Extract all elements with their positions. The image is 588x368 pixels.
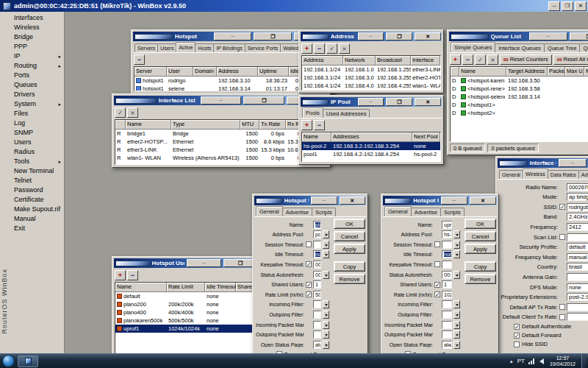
show-desktop-button[interactable] [581,354,587,368]
menu-item[interactable]: Users ▸ [12,138,64,147]
tab[interactable]: Advertise [411,208,441,216]
field-input[interactable]: default [567,243,588,251]
column-header[interactable]: Name [459,67,506,77]
minimize-icon[interactable] [358,98,384,106]
column-header[interactable]: Domain [193,67,217,77]
menu-item[interactable]: Queues ▸ [12,80,64,90]
disable-button[interactable] [487,54,498,65]
field-input[interactable] [567,233,588,241]
tab[interactable]: Scripts [312,208,336,216]
dropdown-arrow-icon[interactable] [453,271,460,279]
field-input[interactable]: rodrigoboxinfo [567,203,588,211]
column-header[interactable]: Network [343,56,376,66]
table-row[interactable]: hs-pool-2 192.168.3.2-192.168.3.254 none [302,142,440,150]
column-header[interactable]: Name [115,283,167,292]
window-title-bar[interactable]: Address List [301,32,442,41]
dropdown-arrow-icon[interactable] [323,241,329,249]
checkbox[interactable] [514,333,520,339]
menu-item[interactable]: Telnet ▸ [12,176,64,185]
column-header[interactable]: Tx Rate [259,120,286,130]
field-checkbox[interactable] [559,234,565,240]
table-row[interactable]: 192.168.1.1/24 192.168.1.0 192.168.1.255… [302,66,440,74]
menu-item[interactable]: Bridge ▸ [12,32,64,42]
dropdown-arrow-icon[interactable] [453,321,460,329]
menu-item[interactable]: Password ▸ [12,185,64,195]
window-title-bar[interactable]: IP Pool [301,97,442,107]
menu-item[interactable]: Drivers ▸ [12,90,64,99]
field-checkbox[interactable] [559,314,565,320]
field-input[interactable]: 2.4GHz-B/G [567,213,588,221]
dialog-button[interactable]: Cancel [465,231,496,241]
disable-button[interactable] [339,43,350,54]
menu-item[interactable]: SNMP ▸ [12,128,64,138]
remove-button[interactable] [462,54,473,65]
close-icon[interactable] [470,197,496,205]
menu-item[interactable]: Files ▸ [12,109,64,118]
field-input[interactable] [313,321,321,329]
checkbox-row[interactable]: Hide SSID [514,341,588,348]
table-row[interactable]: D <hotspot-selene> 192.168.3.14 1024k 5.… [451,93,588,101]
tab[interactable]: Scripts [440,208,465,216]
field-input[interactable]: none [567,283,588,291]
field-checkbox[interactable] [434,282,440,288]
dropdown-arrow-icon[interactable] [453,241,460,249]
table-row[interactable]: R ether2-HOTSP... Ethernet 1500 8.6 kbps… [115,138,327,146]
table-row[interactable]: R ether3-LINK Ethernet 1500 15.3 kbps 10… [115,146,327,154]
dropdown-arrow-icon[interactable] [453,330,460,339]
enable-button[interactable] [475,54,486,65]
tab[interactable]: Wireless [523,169,548,179]
table-row[interactable]: 192.168.3.1/24 192.168.3.0 192.168.3.255… [302,74,440,82]
tab[interactable]: Active [176,42,196,52]
tab[interactable]: Simple Queues [451,42,495,52]
window-title-bar[interactable]: Hotspot User Profile <planokaren500k> [254,196,366,205]
table-row[interactable]: D <hotspot-karen> 192.168.3.50 500k 296 … [451,77,588,85]
window-title-bar[interactable]: Hotspot User Profile <uprof1> [383,196,497,205]
remove-button[interactable] [127,270,138,280]
field-checkbox[interactable] [306,291,312,297]
field-input[interactable] [442,311,452,319]
column-header[interactable]: Max U... [565,67,584,77]
field-input[interactable] [442,321,452,329]
dropdown-arrow-icon[interactable] [323,250,329,258]
field-input[interactable]: 00:01:00 [442,271,452,279]
field-input[interactable]: brasil [567,263,588,271]
dropdown-arrow-icon[interactable] [323,311,329,319]
column-header[interactable]: Next Pool [412,132,440,142]
column-header[interactable]: Addresses [331,132,412,142]
column-header[interactable]: Max Dow... [584,67,588,77]
language-indicator[interactable]: PT [517,358,525,364]
field-checkbox[interactable] [559,304,565,310]
table-row[interactable]: D <hotspot2> 8 bps 24 b [451,109,588,117]
field-input[interactable]: none [442,250,452,258]
menu-item[interactable]: Radius ▸ [12,147,64,157]
dialog-button[interactable]: Remove [334,274,365,284]
close-icon[interactable] [415,32,441,40]
field-checkbox[interactable] [434,291,440,297]
tab[interactable]: Interface Queues [495,43,545,52]
column-header[interactable]: Uptime [258,67,289,77]
reset-all-counters-button[interactable]: Reset All Counters [553,54,588,65]
field-input[interactable] [442,261,452,269]
field-input[interactable] [567,303,588,311]
field-input[interactable] [442,300,452,308]
field-input[interactable] [567,313,588,321]
tab[interactable]: Data Rates [548,170,579,179]
table-row[interactable]: R bridge1 Bridge 1500 0 bps 0 bps 0 [115,130,327,138]
column-header[interactable]: Packe... [548,67,565,77]
column-header[interactable]: Server [135,67,167,77]
table-row[interactable]: D <hotspot1> 8 bps 24 b [451,101,588,109]
dropdown-arrow-icon[interactable] [453,311,460,319]
reset-counters-button[interactable]: Reset Counters [500,54,552,65]
minimize-icon[interactable] [358,32,384,40]
field-checkbox[interactable] [306,241,312,247]
field-checkbox[interactable] [306,261,312,267]
field-input[interactable]: hs-pool-2 [442,230,452,238]
enable-button[interactable] [326,43,337,54]
menu-item[interactable]: Interfaces ▸ [12,13,64,23]
tab[interactable]: Advanced [578,170,588,179]
field-input[interactable]: 00:02:00 [313,261,321,269]
tab[interactable]: Servers [135,43,158,52]
checkbox[interactable] [514,342,520,347]
add-button[interactable] [115,270,126,280]
window-title-bar[interactable]: Interface List [114,96,329,105]
